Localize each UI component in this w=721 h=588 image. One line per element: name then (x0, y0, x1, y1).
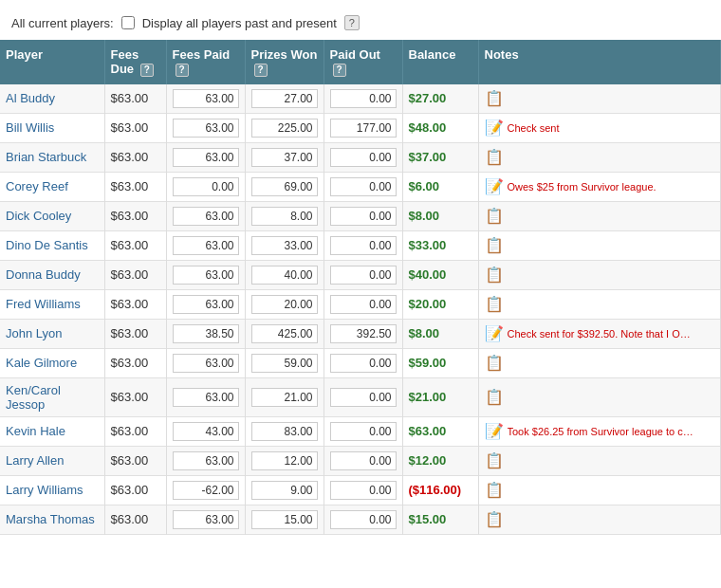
player-name-link[interactable]: Larry Allen (6, 453, 64, 468)
paid-out-input[interactable] (330, 388, 397, 407)
prizes-won-cell (245, 289, 324, 319)
player-name-link[interactable]: Al Buddy (6, 91, 55, 105)
prizes-won-input[interactable] (251, 266, 318, 285)
notes-cell: 📋 (478, 260, 721, 289)
prizes-won-input[interactable] (251, 481, 318, 500)
paid-out-cell (324, 446, 402, 475)
paid-out-input[interactable] (330, 177, 397, 196)
note-icon-empty[interactable]: 📋 (485, 236, 504, 254)
note-icon-empty[interactable]: 📋 (485, 295, 504, 313)
player-name-link[interactable]: Donna Buddy (6, 267, 81, 282)
fees-paid-help-icon[interactable]: ? (176, 64, 189, 77)
fees-paid-input[interactable] (173, 388, 239, 407)
note-icon-empty[interactable]: 📋 (485, 451, 504, 469)
balance-cell: $21.00 (402, 377, 478, 416)
fees-paid-input[interactable] (173, 324, 239, 343)
fees-paid-input[interactable] (173, 266, 239, 285)
notes-cell: 📝Owes $25 from Survivor league. (478, 172, 721, 201)
fees-paid-input[interactable] (173, 451, 239, 470)
fees-paid-input[interactable] (173, 295, 239, 314)
prizes-won-cell (245, 377, 324, 416)
balance-cell: $48.00 (402, 113, 478, 142)
col-header-fees-paid: Fees Paid ? (166, 40, 245, 84)
paid-out-input[interactable] (330, 451, 397, 470)
note-icon-filled[interactable]: 📝 (485, 324, 504, 342)
prizes-won-input[interactable] (251, 89, 318, 108)
paid-out-input[interactable] (330, 354, 397, 373)
note-icon-empty[interactable]: 📋 (485, 481, 504, 499)
prizes-won-input[interactable] (251, 510, 318, 529)
prizes-won-input[interactable] (251, 148, 318, 167)
prizes-won-input[interactable] (251, 354, 318, 373)
paid-out-input[interactable] (330, 207, 397, 226)
fees-paid-input[interactable] (173, 148, 239, 167)
note-icon-empty[interactable]: 📋 (485, 354, 504, 372)
table-row: Larry Allen$63.00$12.00📋 (0, 446, 721, 475)
fees-paid-input[interactable] (173, 236, 239, 255)
fees-paid-input[interactable] (173, 89, 239, 108)
fees-paid-input[interactable] (173, 354, 239, 373)
prizes-won-input[interactable] (251, 177, 318, 196)
fees-paid-input[interactable] (173, 207, 239, 226)
display-all-checkbox[interactable] (121, 16, 135, 29)
note-icon-empty[interactable]: 📋 (485, 388, 504, 406)
note-icon-empty[interactable]: 📋 (485, 207, 504, 225)
player-name-link[interactable]: Larry Williams (6, 483, 83, 497)
prizes-won-help-icon[interactable]: ? (254, 64, 268, 77)
fees-paid-input[interactable] (173, 481, 239, 500)
prizes-won-input[interactable] (251, 451, 318, 470)
player-name-link[interactable]: Kevin Hale (6, 424, 65, 438)
paid-out-input[interactable] (330, 422, 397, 441)
prizes-won-cell (245, 446, 324, 475)
paid-out-cell (324, 377, 402, 416)
note-icon-filled[interactable]: 📝 (485, 177, 504, 195)
player-name-link[interactable]: Bill Willis (6, 120, 54, 135)
table-header-row: Player Fees Due ? Fees Paid ? Prizes Won… (0, 40, 721, 84)
paid-out-input[interactable] (330, 295, 397, 314)
note-icon-empty[interactable]: 📋 (485, 266, 504, 284)
prizes-won-cell (245, 84, 324, 114)
note-text: Check sent for $392.50. Note that I OVER… (508, 328, 697, 340)
paid-out-input[interactable] (330, 119, 397, 138)
player-name-link[interactable]: Corey Reef (6, 179, 68, 193)
player-name-link[interactable]: Ken/Carol Jessop (6, 383, 61, 412)
paid-out-input[interactable] (330, 510, 397, 529)
fees-paid-input[interactable] (173, 119, 239, 138)
note-icon-empty[interactable]: 📋 (485, 148, 504, 166)
note-text: Check sent (508, 122, 560, 134)
fees-paid-input[interactable] (173, 177, 239, 196)
player-name-link[interactable]: Dino De Santis (6, 238, 88, 252)
paid-out-input[interactable] (330, 266, 397, 285)
player-name-link[interactable]: Kale Gilmore (6, 356, 77, 370)
paid-out-input[interactable] (330, 148, 397, 167)
fees-due-cell: $63.00 (104, 113, 166, 142)
fees-paid-input[interactable] (173, 422, 239, 441)
paid-out-input[interactable] (330, 89, 397, 108)
prizes-won-input[interactable] (251, 207, 318, 226)
note-icon-empty[interactable]: 📋 (485, 89, 504, 107)
player-name-link[interactable]: Brian Starbuck (6, 150, 86, 164)
player-name-link[interactable]: Fred Williams (6, 297, 81, 311)
prizes-won-input[interactable] (251, 388, 318, 407)
player-name-link[interactable]: Dick Cooley (6, 209, 71, 223)
player-name-link[interactable]: John Lyon (6, 326, 63, 340)
fees-due-help-icon[interactable]: ? (140, 64, 154, 77)
fees-paid-input[interactable] (173, 510, 239, 529)
player-name-link[interactable]: Marsha Thomas (6, 512, 95, 526)
note-icon-filled[interactable]: 📝 (485, 119, 504, 137)
prizes-won-input[interactable] (251, 119, 318, 138)
help-icon[interactable]: ? (344, 15, 360, 30)
paid-out-help-icon[interactable]: ? (333, 64, 346, 77)
notes-cell: 📋 (478, 348, 721, 377)
prizes-won-input[interactable] (251, 295, 318, 314)
balance-cell: $59.00 (402, 348, 478, 377)
note-icon-filled[interactable]: 📝 (485, 422, 504, 440)
paid-out-input[interactable] (330, 236, 397, 255)
prizes-won-input[interactable] (251, 422, 318, 441)
paid-out-input[interactable] (330, 324, 397, 343)
note-icon-empty[interactable]: 📋 (485, 510, 504, 528)
prizes-won-input[interactable] (251, 324, 318, 343)
prizes-won-input[interactable] (251, 236, 318, 255)
paid-out-input[interactable] (330, 481, 397, 500)
col-header-balance: Balance (402, 40, 478, 84)
